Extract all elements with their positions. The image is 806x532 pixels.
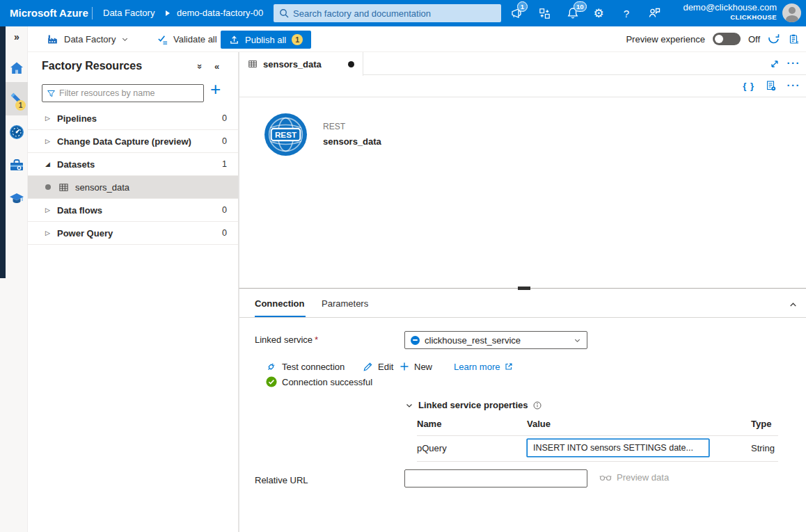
- azure-data-factory-app: Microsoft Azure Data Factory demo-data-f…: [0, 0, 806, 532]
- factory-menu-button[interactable]: Data Factory: [47, 31, 129, 48]
- tree-item-label: Power Query: [57, 228, 113, 239]
- clipboard-list-icon[interactable]: [788, 33, 799, 45]
- tree-item-data-flows[interactable]: ▷ Data flows 0: [28, 199, 238, 222]
- relative-url-input[interactable]: [404, 469, 587, 487]
- expand-diagonal-icon[interactable]: [770, 59, 780, 69]
- tree-item-label: Datasets: [57, 159, 95, 170]
- expanded-triangle-icon[interactable]: ◢: [45, 161, 55, 168]
- nav-home-button[interactable]: [6, 57, 28, 79]
- collapsed-triangle-icon[interactable]: ▷: [45, 207, 55, 213]
- search-icon: [279, 8, 289, 18]
- connection-status: Connection successful: [266, 376, 372, 387]
- chevron-down-icon: [405, 401, 413, 410]
- double-chevron-down-icon: »: [196, 64, 205, 69]
- filter-funnel-icon: [47, 89, 56, 98]
- preview-experience-toggle[interactable]: [713, 33, 741, 45]
- tab-more-button[interactable]: ···: [787, 58, 801, 68]
- learn-more-link[interactable]: Learn more: [454, 360, 513, 373]
- collapse-panel-button[interactable]: «: [214, 62, 219, 71]
- gear-icon: ⚙: [593, 8, 603, 19]
- publish-all-label: Publish all: [245, 35, 286, 45]
- nav-monitor-button[interactable]: [6, 121, 28, 143]
- tree-item-datasets[interactable]: ◢ Datasets 1: [28, 153, 238, 176]
- preview-experience-label: Preview experience: [626, 34, 704, 45]
- filter-resources-input[interactable]: [59, 88, 199, 98]
- nav-manage-button[interactable]: [6, 154, 28, 177]
- tree-item-label: Change Data Capture (preview): [57, 136, 191, 147]
- property-value-input[interactable]: [527, 439, 709, 457]
- learn-more-label: Learn more: [454, 362, 500, 372]
- double-chevron-left-icon: «: [214, 61, 219, 72]
- publish-upload-icon: [229, 35, 239, 45]
- linked-service-label: Linked service*: [255, 334, 318, 345]
- dataset-table-icon: [248, 59, 258, 69]
- tree-item-count: 0: [222, 113, 227, 123]
- chevron-down-icon: [574, 337, 581, 344]
- column-header-name: Name: [417, 419, 441, 429]
- factory-resources-panel: Factory Resources » « + ▷ Pipelines 0 ▷ …: [28, 52, 239, 532]
- chevron-up-icon[interactable]: [789, 300, 798, 309]
- info-icon[interactable]: [533, 401, 542, 410]
- panel-resize-handle[interactable]: [518, 287, 530, 290]
- rest-icon-text: REST: [275, 130, 297, 139]
- help-button[interactable]: ?: [616, 0, 637, 26]
- tab-connection[interactable]: Connection: [255, 298, 305, 309]
- avatar-body: [786, 15, 798, 22]
- feedback-button[interactable]: [644, 0, 665, 26]
- breadcrumb-factory-name[interactable]: demo-data-factory-00: [177, 0, 273, 26]
- tree-item-change-data-capture[interactable]: ▷ Change Data Capture (preview) 0: [28, 130, 238, 153]
- canvas-more-button[interactable]: ···: [787, 80, 801, 90]
- edit-button[interactable]: Edit: [363, 360, 393, 373]
- account-info[interactable]: demo@clickhouse.com CLICKHOUSE: [683, 2, 777, 22]
- tab-sensors-data[interactable]: sensors_data: [239, 52, 363, 76]
- validate-all-button[interactable]: Validate all: [157, 31, 217, 48]
- collapsed-triangle-icon[interactable]: ▷: [45, 229, 55, 236]
- breadcrumb-app[interactable]: Data Factory: [103, 0, 155, 26]
- avatar[interactable]: [782, 3, 801, 22]
- publish-all-button[interactable]: Publish all 1: [221, 31, 311, 49]
- linked-service-dropdown[interactable]: clickhouse_rest_service: [404, 331, 587, 349]
- tree-item-label: sensors_data: [75, 182, 129, 193]
- tree-item-count: 0: [222, 228, 227, 238]
- nav-learning-button[interactable]: [6, 188, 28, 210]
- tree-item-sensors-data[interactable]: sensors_data: [28, 176, 238, 199]
- azure-logo-text[interactable]: Microsoft Azure: [10, 0, 88, 26]
- edit-pencil-icon: [363, 362, 373, 372]
- expand-nav-button[interactable]: »: [6, 29, 28, 45]
- property-type-cell: String: [751, 443, 775, 453]
- preview-data-button[interactable]: Preview data: [599, 472, 669, 483]
- tree-item-label: Pipelines: [57, 113, 97, 124]
- refresh-icon[interactable]: [768, 33, 780, 45]
- help-icon: ?: [624, 8, 629, 19]
- collapsed-triangle-icon[interactable]: ▷: [45, 138, 55, 145]
- switch-data-factory-button[interactable]: [534, 0, 555, 26]
- node-name-label: sensors_data: [323, 136, 381, 147]
- collapsed-triangle-icon[interactable]: ▷: [45, 115, 55, 122]
- code-view-button[interactable]: { }: [743, 81, 754, 91]
- test-connection-label: Test connection: [282, 362, 345, 372]
- tab-label: sensors_data: [263, 59, 322, 70]
- validate-all-label: Validate all: [173, 34, 217, 45]
- tab-parameters[interactable]: Parameters: [322, 298, 368, 309]
- dataset-properties-panel: Connection Parameters Linked service* cl…: [239, 289, 806, 532]
- tree-item-power-query[interactable]: ▷ Power Query 0: [28, 222, 238, 245]
- new-button[interactable]: New: [400, 360, 432, 373]
- search-input[interactable]: [293, 8, 496, 19]
- edit-label: Edit: [378, 362, 393, 372]
- properties-doc-gear-icon[interactable]: [766, 80, 777, 92]
- collapse-all-button[interactable]: »: [198, 62, 203, 71]
- tree-item-pipelines[interactable]: ▷ Pipelines 0: [28, 107, 238, 130]
- canvas-action-bar: { } ···: [239, 75, 806, 97]
- required-asterisk: *: [315, 334, 318, 345]
- plug-icon: [266, 361, 277, 372]
- announcements-button[interactable]: 1: [506, 0, 527, 26]
- global-search: [274, 4, 501, 22]
- factory-icon: [47, 33, 58, 45]
- rest-dataset-icon[interactable]: REST: [264, 113, 308, 156]
- new-label: New: [414, 362, 432, 372]
- linked-service-properties-header[interactable]: Linked service properties: [405, 400, 542, 410]
- settings-button[interactable]: ⚙: [588, 0, 609, 26]
- add-resource-button[interactable]: +: [210, 80, 221, 98]
- test-connection-button[interactable]: Test connection: [266, 360, 345, 373]
- notifications-button[interactable]: 10: [562, 0, 583, 26]
